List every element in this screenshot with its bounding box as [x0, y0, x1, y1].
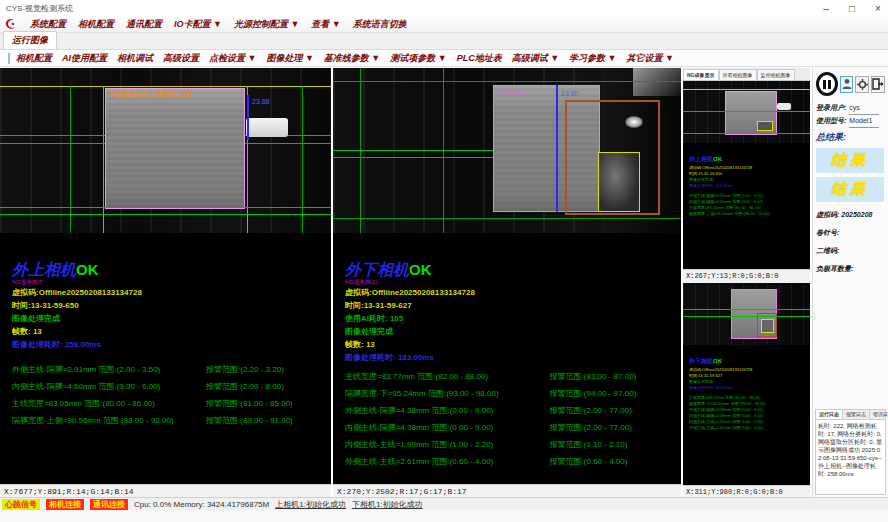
thumbnail-coordinate-bar: X:267;Y:13;R:0;G:0;B:0 — [683, 269, 810, 281]
tool-test-item-params[interactable]: 测试项参数 ▼ — [390, 52, 446, 65]
tool-ai-usage-config[interactable]: AI使用配置 — [62, 52, 107, 65]
tab-run-image[interactable]: 运行图像 — [3, 31, 57, 49]
title-bar: CYS-视觉检测系统 – □ × — [0, 0, 888, 16]
measure-blue-line — [247, 95, 249, 140]
thumbnail-top-camera[interactable]: 外上相机OK 虚拟码:Offliine20250208133134728 时间:… — [683, 81, 810, 281]
login-user-value: cys — [849, 102, 879, 115]
log-tab-run[interactable]: 运行日志 — [816, 410, 843, 419]
virtual-code-info: 虚拟码: 20250208 — [816, 210, 885, 220]
alarm-range: 报警范围:(1.10 - 2.10) — [550, 436, 675, 453]
lower-camera-status[interactable]: 下相机1:初始化成功 — [352, 499, 423, 510]
result-block-1: 结果 — [816, 148, 884, 173]
thumbnail-image — [683, 81, 810, 143]
tool-spot-check[interactable]: 点检设置 ▼ — [209, 52, 256, 65]
left-measurement-table: 外侧主线-隔膜=2.91mm 范围:(2.00 - 3.50)报警范围:(2.2… — [0, 351, 331, 429]
overlay-yellow-line — [0, 86, 331, 87]
measure-value: 内侧主线-主线=1.90mm 范围:(1.00 - 2.20) — [345, 436, 550, 453]
menu-language-switch[interactable]: 系统语言切换 — [353, 18, 407, 31]
ng-bit-line: NG复判B(1) — [345, 279, 671, 286]
overlay-green-hline — [0, 214, 331, 215]
tab-all-camera-images[interactable]: 所有相机图像 — [719, 69, 757, 80]
left-camera-view[interactable]: 23.68 N侧阈值:93, 动态阈值:100 外上相机OK NG复判BIT 虚… — [0, 68, 331, 497]
minimize-button[interactable]: – — [820, 3, 832, 14]
maximize-button[interactable]: □ — [846, 3, 858, 14]
tool-plc-address-table[interactable]: PLC地址表 — [457, 52, 502, 65]
frame-line: 帧数: 13 — [12, 325, 321, 338]
window-title: CYS-视觉检测系统 — [6, 3, 73, 14]
overlay-green-vline — [302, 86, 303, 233]
elapsed-line: 图像处理耗时: 183.00ms — [689, 385, 806, 391]
result-block-2: 结果 — [816, 177, 884, 202]
left-camera-image: 23.68 N侧阈值:93, 动态阈值:100 — [0, 68, 331, 233]
user-icon — [842, 78, 852, 90]
done-line: 图像处理完成 — [345, 325, 671, 338]
log-tab-alarm[interactable]: 报警日志 — [843, 410, 870, 419]
log-area: 运行日志 报警日志 错误日志 耗时: 222, 网络检测耗时: 17, 网络分类… — [815, 409, 886, 495]
gear-icon — [857, 79, 868, 90]
thumbnail-bottom-camera[interactable]: 外下相机OK 虚拟码:Offliine20250208133134728 时间:… — [683, 283, 810, 497]
upper-camera-status[interactable]: 上相机1:初始化成功 — [275, 499, 346, 510]
center-result-block: 外下相机OK NG复判B(1) 虚拟码:Offliine202502081331… — [333, 233, 681, 364]
menu-comm-config[interactable]: 通讯配置 — [126, 18, 162, 31]
app-window: CYS-视觉检测系统 – □ × 系统配置 相机配置 通讯配置 IO卡配置 ▼ … — [0, 0, 888, 522]
model-label: 使用型号: — [816, 115, 846, 128]
overlay-green-hline — [683, 133, 810, 134]
menu-camera-config[interactable]: 相机配置 — [78, 18, 114, 31]
elapsed-line: 图像处理耗时: 258.00ms — [689, 183, 806, 189]
measure-value-label: 23.80 — [561, 90, 579, 97]
measurement-row: 隔膜宽度-下=95.24mm 范围:(93.00 - 98.00)报警范围:(9… — [345, 385, 675, 402]
tool-learning-params[interactable]: 学习参数 ▼ — [569, 52, 616, 65]
pause-button[interactable] — [816, 72, 838, 96]
tool-advanced-settings[interactable]: 高级设置 — [163, 52, 199, 65]
log-tab-error[interactable]: 错误日志 — [870, 410, 888, 419]
machinery-bright-wedge — [633, 68, 681, 96]
overlay-green-hline — [0, 143, 105, 144]
ok-status: OK — [409, 261, 432, 278]
tool-camera-debug[interactable]: 相机调试 — [117, 52, 153, 65]
virtual-code-line: 虚拟码:Offliine20250208133134728 — [345, 286, 671, 299]
close-button[interactable]: × — [872, 3, 884, 14]
center-camera-image: AI检测区 23.80 — [333, 68, 681, 233]
negative-tab-count-label: 负极耳数量: — [816, 264, 885, 274]
thumbnail-column: NG成像显示 所有相机图像 监控相机图像 外上相机OK 虚拟码:Offliine… — [683, 68, 810, 497]
alarm-range: 报警范围:(94.00 - 97.00) — [550, 385, 675, 402]
menu-light-control-config[interactable]: 光源控制配置 ▼ — [234, 18, 299, 31]
cpu-memory-status: Cpu: 0.0% Memory: 3424.41796875M — [134, 500, 269, 509]
measurement-row: 外侧主线-主线=2.61mm 范围:(0.60 - 4.00)报警范围:(0.6… — [345, 453, 675, 470]
menu-view[interactable]: 查看 ▼ — [311, 18, 340, 31]
center-camera-view[interactable]: AI检测区 23.80 外下相机OK NG复判B(1) 虚拟码:Offliine… — [333, 68, 681, 497]
tool-other-settings[interactable]: 其它设置 ▼ — [627, 52, 674, 65]
tab-monitor-camera-images[interactable]: 监控相机图像 — [757, 69, 795, 80]
tool-camera-config[interactable]: 相机配置 — [16, 52, 52, 65]
log-text: 耗时: 222, 网络检测耗时: 17, 网络分类耗时: 0, 网络提取分区耗时… — [816, 420, 885, 480]
overlay-green-hline — [333, 218, 681, 219]
tool-advanced-debug[interactable]: 高级调试 ▼ — [512, 52, 559, 65]
measurement-row: 内侧主线-主线=1.90mm 范围:(1.00 - 2.20)报警范围:(1.1… — [345, 436, 675, 453]
heartbeat-indicator: 心跳信号 — [2, 499, 40, 510]
time-line: 时间:13-31-59-650 — [12, 299, 321, 312]
measurement-row: 外侧主线-隔膜=4.38mm 范围:(0.00 - 9.00)报警范围:(2.0… — [345, 402, 675, 419]
thumbnail-result-text: 外上相机OK 虚拟码:Offliine20250208133134728 时间:… — [683, 143, 810, 217]
menu-system-config[interactable]: 系统配置 — [30, 18, 66, 31]
logout-door-icon — [872, 78, 884, 90]
roi-yellow-box — [761, 319, 774, 333]
virtual-code-line: 虚拟码:Offliine20250208133134728 — [12, 286, 321, 299]
tool-image-processing[interactable]: 图像处理 ▼ — [266, 52, 313, 65]
app-logo-icon — [4, 17, 18, 31]
user-button[interactable] — [840, 76, 854, 93]
exit-button[interactable] — [871, 76, 885, 93]
measure-value: 外侧主线-主线=2.61mm 范围:(0.60 - 4.00) — [689, 425, 806, 431]
elapsed-line: 图像处理耗时: 183.00ms — [345, 351, 671, 364]
connector-tab-feature — [777, 103, 791, 110]
measurement-row: 主线宽度=83.05mm 范围:(80.00 - 86.00)报警范围:(81.… — [12, 395, 325, 412]
settings-button[interactable] — [855, 76, 869, 93]
tool-baseline-params[interactable]: 基准线参数 ▼ — [324, 52, 380, 65]
tab-ng-display[interactable]: NG成像显示 — [683, 69, 719, 80]
info-side-panel: 登录用户: cys 使用型号: Model1 总结果: 结果 结果 虚拟码: 2… — [812, 68, 888, 497]
pause-icon — [823, 80, 826, 89]
pause-icon — [828, 80, 831, 89]
menu-io-card-config[interactable]: IO卡配置 ▼ — [174, 18, 222, 31]
overlay-green-vline — [70, 86, 71, 233]
alarm-range: 报警范围:(0.60 - 4.00) — [550, 453, 675, 470]
camera-name: 外下相机 — [345, 261, 409, 278]
